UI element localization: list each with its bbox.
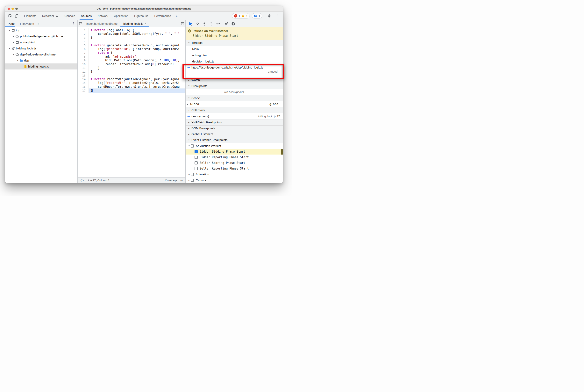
line-number[interactable]: 3 [78, 36, 86, 40]
scope-global-row[interactable]: ▸ Global global [186, 101, 283, 108]
line-number[interactable]: 9 [78, 58, 86, 62]
tab-bidding-logic[interactable]: bidding_logic.js × [120, 20, 149, 27]
checkbox-unchecked[interactable] [194, 156, 198, 159]
code-line-15[interactable]: 15 log("reportWin", { auctionSignals, pe… [78, 81, 185, 85]
code-line-13[interactable]: 13 [78, 74, 185, 78]
line-number[interactable]: 14 [78, 78, 86, 81]
checkbox-indeterminate[interactable] [191, 144, 194, 148]
code-line-16[interactable]: 16 sendReportTo(browserSignals.interestG… [78, 85, 185, 89]
line-number[interactable]: 5 [78, 44, 86, 47]
checkbox-checked[interactable] [194, 150, 198, 153]
step-icon[interactable] [215, 21, 220, 26]
breakpoint-row-seller-reporting-phase-start[interactable]: Seller Reporting Phase Start [186, 166, 283, 172]
hide-navigator-icon[interactable] [78, 20, 83, 27]
line-number[interactable]: 17 [78, 89, 86, 92]
tree-item-ad-tag-html[interactable]: ▸ad-tag.html [5, 39, 77, 45]
code-text[interactable]: bid: Math.floor(Math.random() * 100, 10)… [89, 58, 185, 62]
checkbox-unchecked[interactable] [191, 173, 194, 176]
navigator-more-chevron[interactable]: » [37, 20, 41, 27]
line-number[interactable]: 4 [78, 40, 86, 44]
tab-performance[interactable]: Performance [151, 12, 174, 20]
tree-expand-arrow-icon[interactable]: ▾ [16, 59, 19, 62]
tree-item-publisher-fledge-demo-glitch-me[interactable]: ▸publisher-fledge-demo.glitch.me [5, 33, 77, 39]
tree-item-top[interactable]: ▾top [5, 27, 77, 33]
code-text[interactable]: function log(label, o) { [89, 28, 185, 32]
pretty-print-icon[interactable]: {} [80, 179, 84, 182]
line-number[interactable]: 7 [78, 51, 86, 55]
settings-gear-icon[interactable] [266, 13, 272, 19]
breakpoint-row-canvas[interactable]: ▸Canvas [186, 177, 283, 183]
tab-application[interactable]: Application [111, 12, 131, 20]
pause-on-exceptions-icon[interactable] [230, 21, 236, 26]
line-number[interactable]: 1 [78, 28, 86, 32]
expand-arrow-icon[interactable]: ▸ [187, 173, 191, 176]
tree-expand-arrow-icon[interactable]: ▾ [12, 53, 15, 56]
code-text[interactable]: } [89, 66, 185, 70]
tree-expand-arrow-icon[interactable]: ▾ [8, 47, 11, 50]
code-text[interactable]: } [89, 89, 185, 92]
device-toolbar-icon[interactable] [13, 13, 19, 19]
code-line-9[interactable]: 9 bid: Math.floor(Math.random() * 100, 1… [78, 58, 185, 62]
tree-expand-arrow-icon[interactable]: ▾ [8, 29, 11, 32]
line-number[interactable]: 16 [78, 85, 86, 89]
step-over-icon[interactable] [195, 21, 200, 26]
tab-lighthouse[interactable]: Lighthouse [131, 12, 151, 20]
step-out-icon[interactable] [208, 21, 214, 26]
code-line-4[interactable]: 4 [78, 40, 185, 44]
code-text[interactable] [89, 74, 185, 78]
code-text[interactable]: function generateBid(interestGroup, auct… [89, 44, 185, 47]
code-line-10[interactable]: 10 render: interestGroup.ads[0].renderUr… [78, 62, 185, 66]
checkbox-unchecked[interactable] [191, 179, 194, 182]
breakpoint-row-seller-scoring-phase-start[interactable]: Seller Scoring Phase Start [186, 160, 283, 166]
code-text[interactable]: return { [89, 51, 185, 55]
expand-arrow-icon[interactable]: ▸ [187, 179, 191, 182]
tab-page[interactable]: Page [5, 20, 17, 27]
thread-row[interactable]: decision_logic.js [186, 58, 283, 64]
tab-recorder[interactable]: Recorder [39, 12, 62, 20]
section-xhr-breakpoints[interactable]: ▸XHR/fetch Breakpoints [186, 120, 283, 126]
tab-console[interactable]: Console [61, 12, 78, 20]
line-number[interactable]: 8 [78, 55, 86, 58]
tab-elements[interactable]: Elements [21, 12, 39, 20]
code-line-2[interactable]: 2 console.log(label, JSON.stringify(o, "… [78, 32, 185, 36]
code-text[interactable]: log("reportWin", { auctionSignals, perBu… [89, 81, 185, 85]
messages-badge[interactable]: 1 [252, 13, 262, 18]
code-text[interactable] [89, 40, 185, 44]
thread-row[interactable]: ad-tag.html [186, 52, 283, 58]
section-watch[interactable]: ▸Watch [186, 77, 283, 83]
section-scope[interactable]: ▾Scope [186, 95, 283, 101]
section-event-listener-breakpoints[interactable]: ▾Event Listener Breakpoints [186, 137, 283, 143]
line-number[interactable]: 10 [78, 62, 86, 66]
code-text[interactable]: sendReportTo(browserSignals.interestGrou… [89, 85, 185, 89]
line-number[interactable]: 15 [78, 81, 86, 85]
code-text[interactable]: ad: "ad-metadata", [89, 55, 185, 58]
section-call-stack[interactable]: ▾Call Stack [186, 107, 283, 113]
code-line-11[interactable]: 11 } [78, 66, 185, 70]
thread-row[interactable]: Main [186, 46, 283, 52]
tab-network[interactable]: Network [94, 12, 111, 20]
checkbox-unchecked[interactable] [194, 161, 198, 164]
code-line-1[interactable]: 1function log(label, o) { [78, 28, 185, 32]
code-text[interactable]: function reportWin(auctionSignals, perBu… [89, 78, 185, 81]
tree-expand-arrow-icon[interactable]: ▸ [12, 41, 15, 44]
code-line-12[interactable]: 12} [78, 70, 185, 74]
more-panels-chevron[interactable]: » [174, 12, 180, 20]
code-text[interactable]: } [89, 70, 185, 74]
code-area[interactable]: 1function log(label, o) {2 console.log(l… [78, 27, 185, 177]
breakpoint-row-animation[interactable]: ▸Animation [186, 172, 283, 177]
section-threads[interactable]: ▾Threads [186, 40, 283, 46]
line-number[interactable]: 11 [78, 66, 86, 70]
show-debugger-icon[interactable] [180, 20, 185, 27]
code-text[interactable]: render: interestGroup.ads[0].renderUrl [89, 62, 185, 66]
code-line-5[interactable]: 5function generateBid(interestGroup, auc… [78, 44, 185, 47]
breakpoint-row-bidder-reporting-phase-start[interactable]: Bidder Reporting Phase Start [186, 154, 283, 160]
tree-item-dsp[interactable]: ▾dsp [5, 58, 77, 64]
tree-item-bidding-logic-js[interactable]: ▾bidding_logic.js [5, 45, 77, 52]
tab-index-html[interactable]: index.html?fencedframe [83, 20, 120, 27]
close-tab-icon[interactable]: × [145, 22, 146, 25]
section-breakpoints[interactable]: ▾Breakpoints [186, 83, 283, 89]
code-text[interactable]: console.log(label, JSON.stringify(o, " "… [89, 32, 185, 36]
tab-sources[interactable]: Sources [78, 12, 94, 20]
issues-badge[interactable]: ✕ 1 1 [232, 13, 250, 18]
line-number[interactable]: 2 [78, 32, 86, 36]
